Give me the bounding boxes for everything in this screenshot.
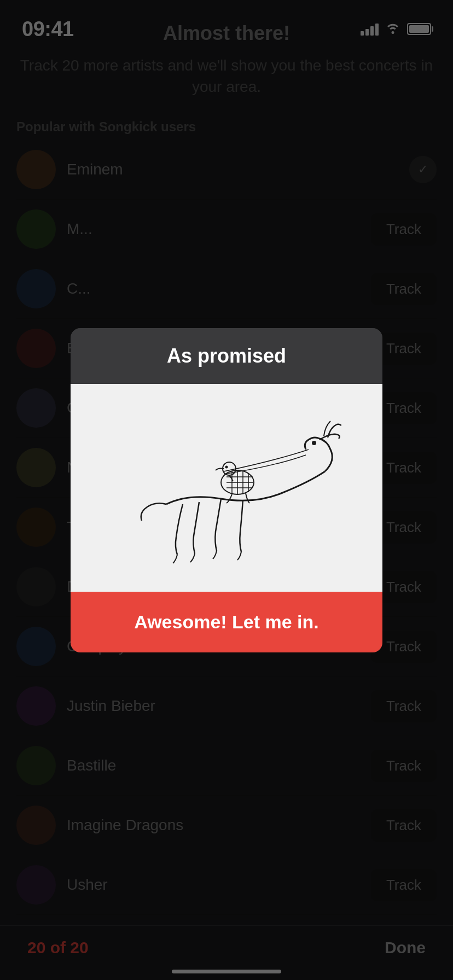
modal-header: As promised bbox=[71, 328, 382, 384]
svg-point-10 bbox=[225, 465, 228, 468]
modal-image bbox=[71, 384, 382, 592]
svg-point-0 bbox=[312, 441, 316, 445]
modal-overlay: As promised bbox=[0, 0, 453, 980]
modal-title: As promised bbox=[167, 345, 286, 367]
modal-action-label: Awesome! Let me in. bbox=[134, 611, 319, 632]
let-me-in-button[interactable]: Awesome! Let me in. bbox=[71, 592, 382, 652]
modal-illustration bbox=[112, 395, 341, 581]
modal-dialog: As promised bbox=[71, 328, 382, 652]
